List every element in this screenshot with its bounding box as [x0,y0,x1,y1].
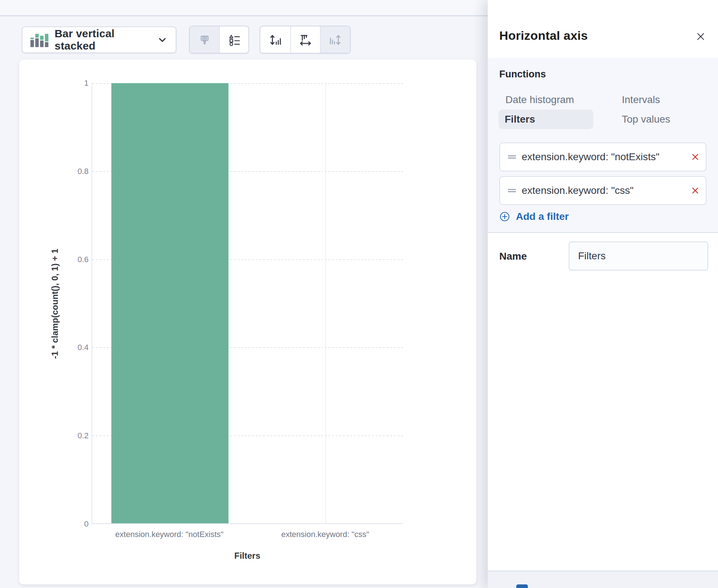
chart-type-dropdown[interactable]: Bar vertical stacked [22,26,176,53]
visual-options-button[interactable] [190,26,219,53]
remove-filter-button[interactable] [691,186,700,195]
axis-button-group [260,26,351,54]
filter-row[interactable]: extension.keyword: "notExists" [499,142,706,171]
filter-query-text[interactable]: extension.keyword: "css" [522,185,691,196]
y-tick-label: 0.8 [77,167,89,176]
horizontal-axis-flyout: Horizontal axis Functions Date histogram… [488,0,718,588]
add-filter-label: Add a filter [516,211,569,222]
right-axis-button [320,26,350,53]
style-button-group [189,26,249,54]
x-tick-label: extension.keyword: "notExists" [115,528,223,541]
add-filter-button[interactable]: Add a filter [499,211,706,222]
plus-in-circle-icon [499,211,510,222]
filter-row[interactable]: extension.keyword: "css" [499,176,706,205]
remove-filter-button[interactable] [691,152,700,162]
y-tick-label: 0.4 [77,343,89,352]
chart-panel: 10.80.60.40.20 extension.keyword: "notEx… [19,60,476,584]
functions-section: Functions Date histogram Intervals Filte… [488,58,718,233]
function-item-top-values[interactable]: Top values [616,114,706,125]
close-flyout-button[interactable] [695,30,707,43]
close-icon [696,31,706,42]
flyout-footer [488,571,718,588]
right-axis-icon [328,33,342,47]
plot-area [91,83,403,524]
brush-icon [198,33,211,47]
functions-heading: Functions [499,69,706,80]
name-input[interactable] [569,242,708,270]
y-tick-label: 0.2 [77,431,89,440]
name-field-row: Name [488,242,718,271]
left-axis-icon [268,33,282,47]
function-item-intervals[interactable]: Intervals [616,94,706,106]
name-field-label: Name [499,251,527,262]
chart-type-label: Bar vertical stacked [55,27,157,52]
drag-handle-icon[interactable] [507,153,517,161]
chevron-down-icon [157,35,168,44]
x-axis-tick-labels: extension.keyword: "notExists"extension.… [91,528,403,541]
function-item-filters[interactable]: Filters [499,110,593,129]
bar-vertical-stacked-icon [30,33,48,47]
v-gridline [325,83,326,523]
legend-settings-button[interactable] [219,26,248,53]
legend-icon [227,33,241,47]
bottom-axis-icon [298,33,313,47]
bar-series-segment[interactable] [111,83,228,523]
y-tick-label: 0.6 [77,255,89,264]
x-axis-title: Filters [91,551,403,561]
footer-button-partial[interactable] [516,584,528,588]
left-axis-button[interactable] [260,26,290,53]
x-tick-label: extension.keyword: "css" [281,528,369,541]
y-tick-label: 1 [84,78,89,88]
bottom-axis-button[interactable] [290,26,320,53]
y-tick-label: 0 [84,519,89,529]
drag-handle-icon[interactable] [507,187,517,194]
flyout-title: Horizontal axis [499,25,588,46]
functions-list: Date histogram Intervals Filters Top val… [499,90,706,129]
function-item-date-histogram[interactable]: Date histogram [499,94,616,106]
y-axis-title: -1 * clamp(count(), 0, 1) + 1 [50,249,60,359]
filter-query-text[interactable]: extension.keyword: "notExists" [522,151,691,163]
